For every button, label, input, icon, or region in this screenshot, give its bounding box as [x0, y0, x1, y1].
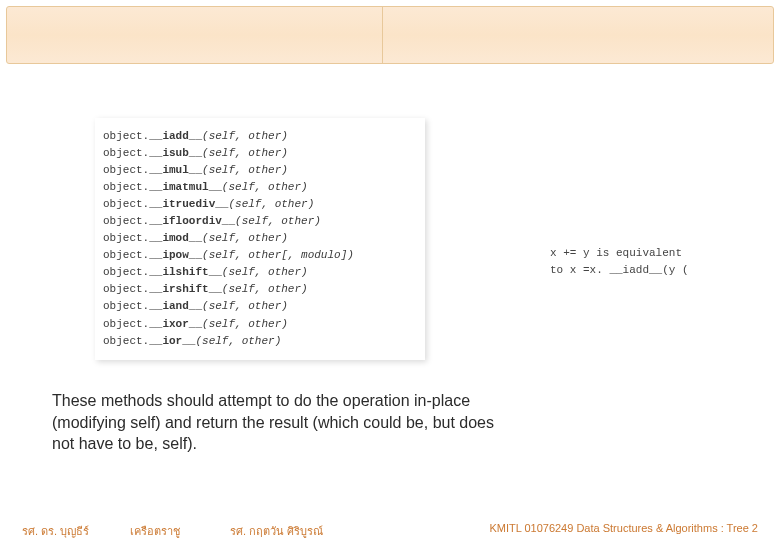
method-row: object.__imatmul__(self, other): [103, 179, 417, 196]
method-row: object.__itruediv__(self, other): [103, 196, 417, 213]
method-row: object.__ior__(self, other): [103, 333, 417, 350]
header-bar: [6, 6, 774, 64]
method-row: object.__imod__(self, other): [103, 230, 417, 247]
method-row: object.__iand__(self, other): [103, 298, 417, 315]
note-line: to x =x. __iadd__(y (: [550, 262, 750, 279]
method-row: object.__iadd__(self, other): [103, 128, 417, 145]
equivalence-note: x += y is equivalent to x =x. __iadd__(y…: [550, 245, 750, 278]
method-row: object.__irshift__(self, other): [103, 281, 417, 298]
note-line: x += y is equivalent: [550, 245, 750, 262]
method-row: object.__imul__(self, other): [103, 162, 417, 179]
description-text: These methods should attempt to do the o…: [52, 390, 512, 455]
method-row: object.__isub__(self, other): [103, 145, 417, 162]
content-area: object.__iadd__(self, other) object.__is…: [20, 100, 760, 480]
method-row: object.__ixor__(self, other): [103, 316, 417, 333]
methods-list: object.__iadd__(self, other) object.__is…: [95, 118, 425, 360]
footer-author-1b: เครือตราชู: [130, 522, 180, 540]
method-row: object.__ipow__(self, other[, modulo]): [103, 247, 417, 264]
method-row: object.__ifloordiv__(self, other): [103, 213, 417, 230]
method-row: object.__ilshift__(self, other): [103, 264, 417, 281]
footer-course: KMITL 01076249 Data Structures & Algorit…: [489, 522, 758, 534]
footer-author-1: รศ. ดร. บุญธีร์: [22, 522, 89, 540]
footer-author-2: รศ. กฤตวัน ศิริบูรณ์: [230, 522, 323, 540]
